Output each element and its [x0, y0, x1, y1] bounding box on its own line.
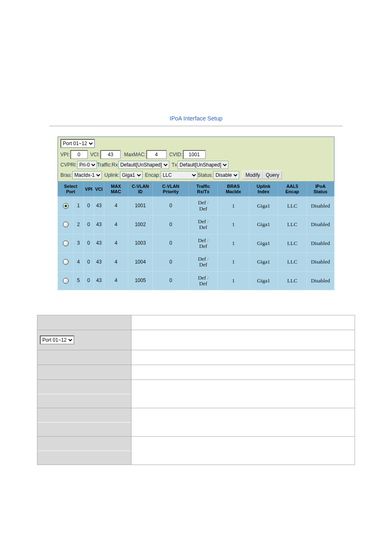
cell-vpi: 0 — [83, 215, 94, 234]
table-row: 5043410050Def /Def1Giga1LLCDisabled — [58, 271, 334, 290]
cell-cvid: 1005 — [128, 271, 153, 290]
cell-traffic: Def /Def — [189, 215, 218, 234]
cell-port: 4 — [74, 253, 84, 272]
cell-uplink: Giga1 — [249, 253, 278, 272]
row-radio[interactable] — [63, 278, 69, 284]
row-radio[interactable] — [63, 203, 69, 209]
cell-status: Disabled — [307, 215, 334, 234]
cell-maxmac: 4 — [104, 197, 128, 215]
port-range-select[interactable]: Port 01~12 — [61, 140, 94, 147]
traffic-tx-select[interactable]: Default[UnShaped] — [178, 161, 228, 169]
desc-right-6 — [131, 408, 355, 437]
maxmac-input[interactable] — [146, 150, 167, 159]
row-radio[interactable] — [63, 222, 69, 227]
config-panel: Port 01~12 VPI: VCI: MaxMAC: CVID: — [58, 136, 334, 182]
bras-select[interactable]: MacIdx-1 — [72, 171, 102, 179]
desc-left-3 — [37, 350, 131, 365]
cell-port: 5 — [74, 271, 84, 290]
cell-aal5: LLC — [278, 234, 307, 253]
cell-port: 3 — [74, 234, 84, 253]
desc-right-4 — [131, 365, 355, 380]
cell-vci: 43 — [94, 197, 104, 215]
vci-label: VCI: — [90, 152, 100, 157]
cell-cvid: 1002 — [128, 215, 153, 234]
cell-traffic: Def /Def — [189, 253, 218, 272]
cell-cvid: 1004 — [128, 253, 153, 272]
cell-aal5: LLC — [278, 197, 307, 215]
desc-left-7 — [37, 437, 131, 465]
cell-vci: 43 — [94, 271, 104, 290]
cell-status: Disabled — [307, 271, 334, 290]
desc-left-5 — [37, 380, 131, 408]
cell-vci: 43 — [94, 253, 104, 272]
col-traffic: Traffic Rx/Tx — [189, 182, 218, 197]
col-maxmac: MAX MAC — [104, 182, 128, 197]
desc-left-4 — [37, 365, 131, 380]
cell-status: Disabled — [307, 253, 334, 272]
col-ipoa: IPoA Status — [307, 182, 334, 197]
cell-vpi: 0 — [83, 234, 94, 253]
col-cvlan-id: C-VLAN ID — [128, 182, 153, 197]
col-aal5: AAL5 Encap — [278, 182, 307, 197]
page-title: IPoA Interface Setup — [170, 115, 222, 122]
encap-select[interactable]: LLC — [161, 171, 198, 179]
col-cvlan-pri: C-VLAN Priority — [153, 182, 189, 197]
cell-status: Disabled — [307, 197, 334, 215]
title-underline — [49, 126, 343, 126]
cell-traffic: Def /Def — [189, 197, 218, 215]
cell-bras: 1 — [218, 253, 249, 272]
uplink-select[interactable]: Giga1 — [120, 171, 143, 179]
query-button[interactable]: Query — [263, 171, 282, 179]
desc-right-port — [131, 330, 355, 350]
status-select[interactable]: Disable — [213, 171, 239, 179]
cell-traffic: Def /Def — [189, 271, 218, 290]
cell-cvpri: 0 — [153, 215, 189, 234]
col-vpi: VPI — [83, 182, 94, 197]
vpi-label: VPI: — [60, 152, 70, 157]
desc-right-3 — [131, 350, 355, 365]
cell-vpi: 0 — [83, 197, 94, 215]
cell-cvpri: 0 — [153, 271, 189, 290]
traffic-rx-select[interactable]: Default[UnShaped] — [118, 161, 169, 169]
cell-status: Disabled — [307, 234, 334, 253]
cell-cvid: 1001 — [128, 197, 153, 215]
modify-button[interactable]: Modify — [242, 171, 263, 179]
table-row: 1043410010Def /Def1Giga1LLCDisabled — [58, 197, 334, 215]
maxmac-label: MaxMAC: — [124, 152, 146, 157]
table-row: 2043410020Def /Def1Giga1LLCDisabled — [58, 215, 334, 234]
cell-vci: 43 — [94, 234, 104, 253]
row-radio[interactable] — [63, 240, 69, 246]
desc-left-1 — [37, 315, 131, 330]
status-label: Status: — [198, 172, 213, 178]
cell-uplink: Giga1 — [249, 197, 278, 215]
uplink-label: Uplink: — [104, 172, 120, 178]
cell-bras: 1 — [218, 215, 249, 234]
row-radio[interactable] — [63, 259, 69, 265]
cell-aal5: LLC — [278, 215, 307, 234]
cell-bras: 1 — [218, 271, 249, 290]
cell-uplink: Giga1 — [249, 215, 278, 234]
vpi-input[interactable] — [70, 150, 88, 159]
description-table: Port 01~12 — [37, 315, 355, 465]
vci-input[interactable] — [100, 150, 121, 159]
cell-aal5: LLC — [278, 271, 307, 290]
col-select-port: Select Port — [58, 182, 84, 197]
cell-cvid: 1003 — [128, 234, 153, 253]
cell-maxmac: 4 — [104, 234, 128, 253]
cvpri-select[interactable]: Pri-0 — [77, 161, 97, 169]
cvid-label: CVID: — [169, 152, 182, 157]
desc-right-1 — [131, 315, 355, 330]
cell-bras: 1 — [218, 197, 249, 215]
ipoa-table: Select Port VPI VCI MAX MAC C-VLAN ID C-… — [58, 182, 334, 290]
cell-uplink: Giga1 — [249, 271, 278, 290]
cell-port: 1 — [74, 197, 84, 215]
cell-bras: 1 — [218, 234, 249, 253]
col-bras: BRAS MacIdx — [218, 182, 249, 197]
traffic-rx-label: Traffic:Rx — [97, 162, 118, 168]
desc-port-select[interactable]: Port 01~12 — [41, 336, 74, 344]
bras-label: Bras: — [60, 172, 72, 178]
col-vci: VCI — [94, 182, 104, 197]
cell-port: 2 — [74, 215, 84, 234]
cvid-input[interactable] — [183, 150, 206, 159]
cell-maxmac: 4 — [104, 271, 128, 290]
